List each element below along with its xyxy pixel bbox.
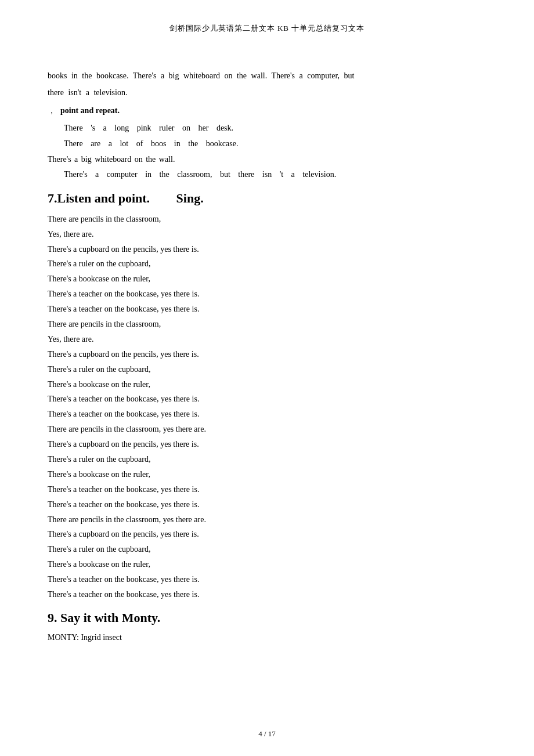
song-line-13: There's a teacher on the bookcase, yes t… bbox=[48, 407, 486, 422]
section-7-sing: Sing. bbox=[176, 191, 204, 205]
song-line-10: There's a ruler on the cupboard, bbox=[48, 362, 486, 377]
section-point-heading: ， point and repeat. bbox=[48, 106, 486, 116]
song-line-0: There are pencils in the classroom, bbox=[48, 212, 486, 227]
page-footer: 4 / 17 bbox=[0, 729, 534, 739]
point-line-4: There's a computer in the classroom, but… bbox=[48, 167, 486, 183]
section-9-label: 9. Say it with Monty. bbox=[48, 610, 160, 625]
page-container: 剑桥国际少儿英语第二册文本 KB 十单元总结复习文本 books in the … bbox=[0, 0, 534, 756]
song-line-20: There are pencils in the classroom, yes … bbox=[48, 512, 486, 527]
song-line-22: There's a ruler on the cupboard, bbox=[48, 542, 486, 557]
point-line-3: There's a big whiteboard on the wall. bbox=[48, 152, 486, 168]
song-line-25: There's a teacher on the bookcase, yes t… bbox=[48, 587, 486, 602]
song-line-17: There's a bookcase on the ruler, bbox=[48, 467, 486, 482]
section-7-lines: There are pencils in the classroom,Yes, … bbox=[48, 212, 486, 602]
song-line-1: Yes, there are. bbox=[48, 227, 486, 242]
section-point-lines: There 's a long pink ruler on her desk. … bbox=[48, 121, 486, 182]
section-comma: ， bbox=[48, 106, 56, 116]
monty-line-1: MONTY: Ingrid insect bbox=[48, 630, 486, 645]
section-7-heading: 7.Listen and point. Sing. bbox=[48, 191, 486, 206]
song-line-14: There are pencils in the classroom, yes … bbox=[48, 422, 486, 437]
song-line-19: There's a teacher on the bookcase, yes t… bbox=[48, 497, 486, 512]
song-line-2: There's a cupboard on the pencils, yes t… bbox=[48, 242, 486, 257]
intro-line-2: there isn't a television. bbox=[48, 85, 486, 100]
song-line-21: There's a cupboard on the pencils, yes t… bbox=[48, 527, 486, 542]
song-line-24: There's a teacher on the bookcase, yes t… bbox=[48, 572, 486, 587]
song-line-4: There's a bookcase on the ruler, bbox=[48, 272, 486, 287]
song-line-5: There's a teacher on the bookcase, yes t… bbox=[48, 287, 486, 302]
song-line-7: There are pencils in the classroom, bbox=[48, 317, 486, 332]
song-line-15: There's a cupboard on the pencils, yes t… bbox=[48, 437, 486, 452]
section-7-label: 7.Listen and point. bbox=[48, 191, 150, 205]
song-line-3: There's a ruler on the cupboard, bbox=[48, 256, 486, 272]
song-line-6: There's a teacher on the bookcase, yes t… bbox=[48, 302, 486, 317]
song-line-8: Yes, there are. bbox=[48, 332, 486, 347]
point-line-2: There are a lot of boos in the bookcase. bbox=[48, 136, 486, 152]
song-line-16: There's a ruler on the cupboard, bbox=[48, 452, 486, 467]
song-line-11: There's a bookcase on the ruler, bbox=[48, 377, 486, 392]
section-9-heading: 9. Say it with Monty. bbox=[48, 610, 486, 625]
intro-line-1: books in the bookcase. There's a big whi… bbox=[48, 68, 486, 83]
section-point-label: point and repeat. bbox=[60, 106, 120, 115]
page-number: 4 / 17 bbox=[258, 729, 276, 738]
song-line-12: There's a teacher on the bookcase, yes t… bbox=[48, 392, 486, 407]
song-line-9: There's a cupboard on the pencils, yes t… bbox=[48, 347, 486, 362]
point-line-1: There 's a long pink ruler on her desk. bbox=[48, 121, 486, 136]
song-line-18: There's a teacher on the bookcase, yes t… bbox=[48, 482, 486, 497]
song-line-23: There's a bookcase on the ruler, bbox=[48, 557, 486, 572]
page-title: 剑桥国际少儿英语第二册文本 KB 十单元总结复习文本 bbox=[48, 23, 486, 34]
